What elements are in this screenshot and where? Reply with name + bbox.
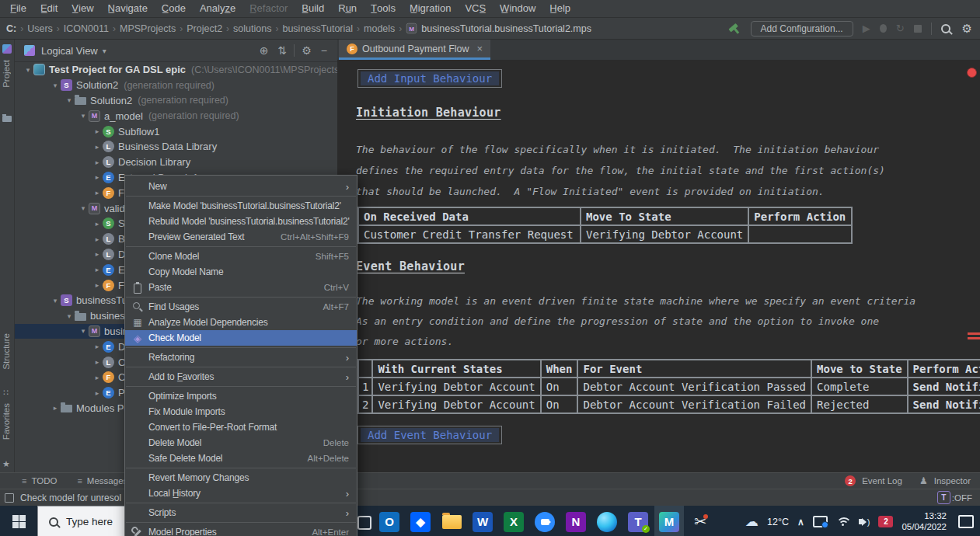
tree-chevron-icon[interactable]: ▸ [92, 173, 103, 181]
task-view-icon[interactable] [357, 516, 371, 530]
run-with-coverage-icon[interactable]: ↻ [896, 23, 905, 34]
locate-icon[interactable]: ⊕ [257, 45, 271, 56]
initiation-description[interactable]: The behaviour of the flow specifically w… [356, 139, 885, 202]
tree-item-solution2[interactable]: ▾SSolution2(generation required) [15, 78, 337, 93]
tree-chevron-icon[interactable]: ▸ [92, 143, 103, 151]
event-description[interactable]: The working model is an event driven fin… [356, 291, 915, 352]
volume-icon[interactable]: ) [859, 517, 870, 527]
close-tab-icon[interactable]: × [477, 43, 483, 54]
breadcrumb-drive[interactable]: C: [6, 23, 16, 34]
collapse-all-icon[interactable]: ⇅ [276, 45, 290, 56]
menubar-item-window[interactable]: W̲indow [493, 0, 542, 17]
menu-item-revert-memory-changes[interactable]: Revert Memory Changes [125, 470, 357, 486]
tree-chevron-icon[interactable]: ▸ [92, 358, 103, 366]
event-log-tab[interactable]: Event Log [862, 476, 902, 486]
tree-chevron-icon[interactable]: ▸ [92, 250, 103, 258]
tree-chevron-icon[interactable]: ▸ [50, 404, 61, 412]
menu-item-analyze-model-dependencies[interactable]: ▦Analyze Model Dependencies [125, 315, 357, 330]
breadcrumb-item-models[interactable]: models [364, 23, 395, 34]
tree-chevron-icon[interactable]: ▸ [92, 235, 103, 243]
taskbar-app-file-explorer[interactable] [437, 506, 466, 536]
table-cell[interactable]: On [541, 395, 578, 413]
menu-item-preview-generated-text[interactable]: Preview Generated TextCtrl+Alt+Shift+F9 [125, 229, 357, 245]
menubar-item-build[interactable]: B̲uild [295, 0, 331, 17]
menu-item-fix-module-imports[interactable]: Fix Module Imports [125, 404, 357, 419]
inspector-tab[interactable]: Inspector [934, 476, 971, 486]
tree-item-solution2[interactable]: ▾Solution2(generation required) [15, 93, 337, 109]
menu-item-find-usages[interactable]: Find UsagesAlt+F7 [125, 299, 357, 315]
taskbar-app-dropbox[interactable]: ◆ [406, 506, 435, 536]
add-input-behaviour-button[interactable]: Add Input Behaviour [357, 69, 502, 88]
panel-settings-gear-icon[interactable]: ⚙ [299, 45, 314, 56]
action-center-icon[interactable] [958, 515, 974, 528]
todo-tab[interactable]: ≡ TODO [22, 476, 57, 486]
menu-item-paste[interactable]: PasteCtrl+V [125, 280, 357, 295]
taskbar-app-edge[interactable] [592, 506, 622, 536]
tree-chevron-icon[interactable]: ▸ [92, 158, 103, 166]
menu-item-rebuild-model-businesstutorial-businesstutorial2[interactable]: Rebuild Model 'businessTutorial.business… [125, 214, 357, 229]
tree-chevron-icon[interactable]: ▸ [92, 343, 103, 350]
tree-item-business-data-library[interactable]: ▸LBusiness Data Library [15, 139, 337, 155]
table-cell[interactable]: Customer Credit Transfer Request [358, 225, 581, 243]
menu-item-check-model[interactable]: ◈Check Model [125, 330, 357, 346]
menu-item-copy-model-name[interactable]: Copy Model Name [125, 264, 357, 280]
project-tool-window-icon[interactable] [2, 44, 12, 54]
menubar-item-navigate[interactable]: N̲avigate [101, 0, 155, 17]
tree-chevron-icon[interactable]: ▾ [78, 112, 89, 120]
menubar-item-refactor[interactable]: R̲efactor [242, 0, 295, 17]
taskbar-app-teams[interactable]: T✓ [623, 506, 653, 536]
breadcrumb-file[interactable]: M businessTutorial.businessTutorial2.mps [406, 23, 591, 34]
tree-chevron-icon[interactable]: ▾ [64, 96, 75, 104]
table-cell[interactable]: Send Notification [908, 378, 980, 395]
chevron-down-icon[interactable]: ▾ [103, 47, 106, 55]
column-header[interactable]: Perform Action [908, 360, 980, 378]
breadcrumb-item-mpsprojects[interactable]: MPSProjects [120, 23, 176, 34]
menubar-item-file[interactable]: F̲ile [3, 0, 33, 17]
menu-item-add-to-favorites[interactable]: Add to F̲avorites› [125, 369, 357, 385]
tool-window-switcher-icon[interactable] [5, 493, 14, 503]
tree-item-a-model[interactable]: ▾Ma_model(generation required) [15, 108, 337, 124]
column-header[interactable]: Perform Action [748, 207, 852, 225]
tree-chevron-icon[interactable]: ▸ [92, 220, 103, 228]
table-cell[interactable]: Verifying Debtor Account [372, 395, 540, 413]
messages-tab[interactable]: ≡ Messages [77, 476, 127, 486]
taskbar-app-excel[interactable]: X [499, 506, 528, 536]
menu-item-make-model-businesstutorial-businesstutorial2[interactable]: Make Model 'businessTutorial.businessTut… [125, 198, 357, 214]
run-icon[interactable]: ▶ [863, 23, 870, 34]
menu-item-clone-model[interactable]: Clone ModelShift+F5 [125, 249, 357, 264]
taskbar-app-zoom[interactable] [530, 506, 560, 536]
stop-icon[interactable] [914, 25, 922, 33]
breadcrumb-item-solutions[interactable]: solutions [233, 23, 271, 34]
tree-chevron-icon[interactable]: ▾ [78, 204, 89, 212]
display-connect-icon[interactable] [813, 516, 828, 527]
table-cell[interactable]: Send Notification [908, 395, 980, 413]
error-indicator[interactable] [967, 68, 977, 78]
hide-panel-icon[interactable]: − [319, 45, 330, 56]
view-selector[interactable]: Logical View [41, 45, 98, 57]
taskbar-app-snipping-tool[interactable]: ✂ [685, 506, 715, 536]
table-cell[interactable]: Verifying Debtor Account [372, 378, 540, 395]
column-header[interactable]: Move To State [581, 207, 748, 225]
tree-item-test-project-for-ga-dsl-epic[interactable]: ▾Test Project for GA DSL epic(C:\Users\I… [15, 62, 337, 78]
show-hidden-icons-chevron[interactable]: ∧ [797, 517, 804, 527]
menubar-item-edit[interactable]: E̲dit [33, 0, 65, 17]
breadcrumb-item-icon0011[interactable]: ICON0011 [64, 23, 109, 34]
menubar-item-migration[interactable]: M̲igration [403, 0, 458, 17]
breadcrumb-item-users[interactable]: Users [27, 23, 53, 34]
weather-cloud-icon[interactable]: ☁ [745, 513, 759, 530]
column-header[interactable]: For Event [577, 360, 811, 378]
table-cell[interactable]: Rejected [811, 395, 908, 413]
tree-chevron-icon[interactable]: ▸ [92, 374, 103, 381]
tree-chevron-icon[interactable]: ▾ [50, 297, 61, 305]
add-event-behaviour-button[interactable]: Add Event Behaviour [357, 426, 502, 444]
folder-icon[interactable] [2, 116, 12, 122]
tree-chevron-icon[interactable]: ▸ [92, 189, 103, 197]
menu-item-convert-to-file-per-root-format[interactable]: Convert to File-Per-Root Format [125, 419, 357, 435]
column-header[interactable]: With Current States [372, 360, 540, 378]
temperature[interactable]: 12°C [767, 517, 789, 527]
column-header[interactable] [358, 360, 372, 378]
tree-item-decision-library[interactable]: ▸LDecision Library [15, 155, 337, 170]
menubar-item-help[interactable]: H̲elp [542, 0, 577, 17]
menu-item-optimize-imports[interactable]: Optimize Imports [125, 388, 357, 404]
row-number-cell[interactable]: 1 [358, 378, 372, 395]
